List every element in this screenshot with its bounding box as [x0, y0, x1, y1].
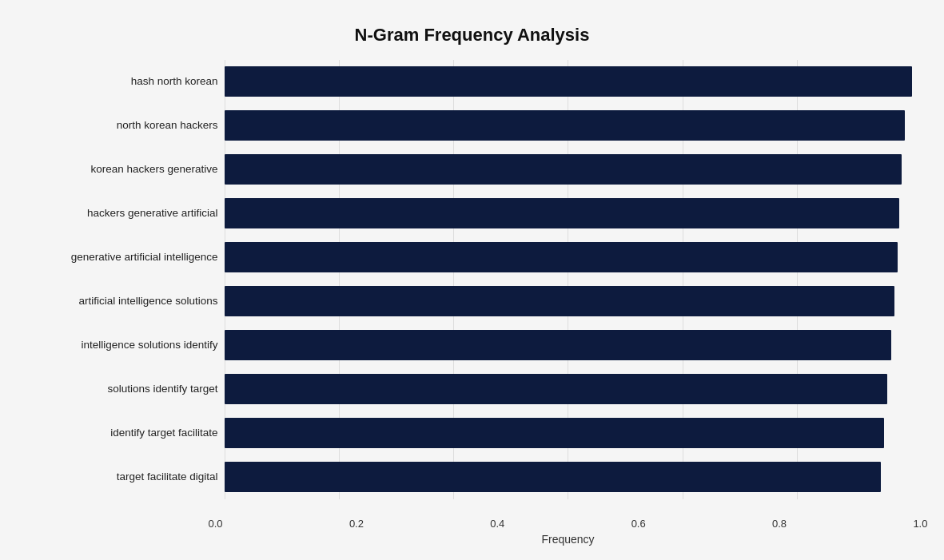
x-tick-5: 1.0 — [913, 518, 927, 530]
bar-3 — [225, 198, 900, 228]
y-label-8: identify target facilitate — [110, 411, 217, 455]
y-label-5: artificial intelligence solutions — [78, 280, 217, 324]
bar-0 — [225, 66, 912, 97]
bar-8 — [225, 418, 885, 448]
bar-6 — [225, 330, 891, 360]
x-tick-4: 0.8 — [772, 518, 787, 530]
bar-row-5 — [225, 283, 912, 320]
y-axis: hash north koreannorth korean hackerskor… — [33, 60, 225, 499]
x-axis-label: Frequency — [209, 533, 928, 546]
bar-row-8 — [225, 415, 912, 451]
x-tick-3: 0.6 — [631, 518, 646, 530]
bar-4 — [225, 242, 898, 272]
bar-row-0 — [225, 63, 912, 100]
bar-row-2 — [225, 151, 912, 188]
bar-row-7 — [225, 371, 912, 407]
plot-area — [225, 60, 912, 499]
x-tick-0: 0.0 — [209, 518, 223, 530]
x-axis: 0.00.20.40.60.81.0 Frequency — [209, 514, 928, 546]
y-label-6: intelligence solutions identify — [81, 324, 217, 367]
bar-row-3 — [225, 195, 912, 232]
y-label-2: korean hackers generative — [90, 148, 217, 192]
x-tick-1: 0.2 — [349, 518, 364, 530]
x-tick-2: 0.4 — [490, 518, 504, 530]
bar-row-9 — [225, 459, 912, 495]
y-label-4: generative artificial intelligence — [71, 236, 218, 280]
bar-9 — [225, 462, 881, 492]
chart-title: N-Gram Frequency Analysis — [33, 25, 912, 46]
y-label-9: target facilitate digital — [117, 455, 218, 499]
y-label-3: hackers generative artificial — [87, 192, 218, 236]
chart-area: hash north koreannorth korean hackerskor… — [33, 60, 912, 499]
bar-7 — [225, 374, 888, 404]
y-label-0: hash north korean — [131, 60, 218, 104]
x-ticks: 0.00.20.40.60.81.0 — [209, 514, 928, 531]
y-label-1: north korean hackers — [117, 104, 218, 148]
chart-container: N-Gram Frequency Analysis hash north kor… — [17, 9, 928, 552]
y-label-7: solutions identify target — [107, 367, 217, 411]
bar-1 — [225, 110, 905, 141]
bar-row-4 — [225, 239, 912, 276]
bar-5 — [225, 286, 895, 316]
bar-row-1 — [225, 107, 912, 144]
bar-2 — [225, 154, 902, 185]
bar-row-6 — [225, 327, 912, 363]
